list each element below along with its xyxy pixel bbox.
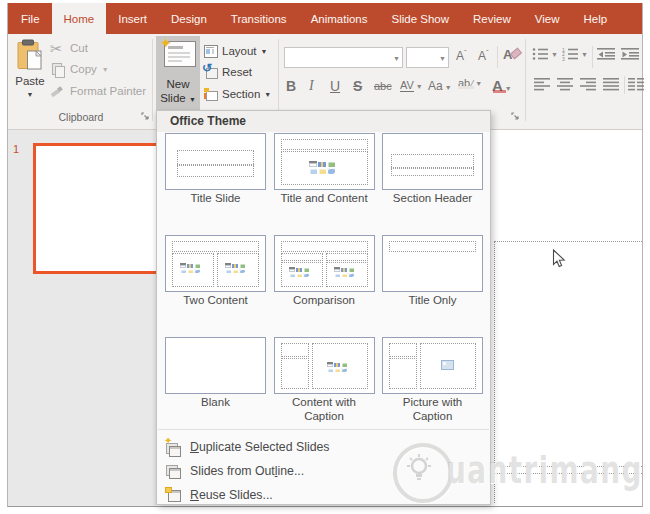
change-case-button[interactable]: Aa▼ xyxy=(428,79,452,93)
menu-item-label: Duplicate Selected Slides xyxy=(190,440,329,454)
layout-label: Section Header xyxy=(382,192,483,206)
new-slide-star-icon: ✦ xyxy=(160,36,172,50)
increase-font-size-button[interactable]: Aˆ xyxy=(456,48,467,63)
layout-option[interactable]: Title Slide xyxy=(165,133,266,206)
copy-dropdown-arrow: ▼ xyxy=(102,66,109,73)
paste-dropdown-arrow[interactable]: ▼ xyxy=(12,91,48,98)
font-color-button[interactable]: A▼ xyxy=(492,77,512,94)
clipboard-group-label: Clipboard xyxy=(38,111,124,123)
strikethrough-button[interactable]: abc xyxy=(374,80,392,92)
layout-label: Title Slide xyxy=(165,192,266,206)
layout-button[interactable]: Layout ▼ xyxy=(204,42,267,60)
bold-button[interactable]: B xyxy=(286,78,296,94)
ribbon-tab[interactable]: File xyxy=(9,3,52,34)
layout-thumbnail xyxy=(382,337,483,394)
layout-thumbnail xyxy=(274,337,375,394)
paste-button[interactable]: Paste ▼ xyxy=(12,37,48,103)
section-icon xyxy=(204,88,218,101)
ribbon-tab[interactable]: Design xyxy=(159,3,219,34)
ribbon-tab[interactable]: Animations xyxy=(299,3,380,34)
ribbon-tab-label: View xyxy=(535,13,560,25)
ribbon-tab[interactable]: Home xyxy=(52,3,107,34)
format-painter-button[interactable]: Format Painter xyxy=(50,83,146,99)
ribbon-tab-label: Home xyxy=(64,13,95,25)
align-center-button[interactable] xyxy=(557,78,573,91)
ribbon-tab[interactable]: Help xyxy=(572,3,620,34)
layout-thumbnail xyxy=(382,133,483,190)
ribbon-tab[interactable]: Review xyxy=(461,3,523,34)
office-theme-header: Office Theme xyxy=(157,111,490,132)
text-highlight-button[interactable]: ab/▼ xyxy=(458,77,482,89)
align-right-button[interactable] xyxy=(580,78,596,91)
font-name-combobox[interactable]: ▼ xyxy=(284,47,403,68)
font-size-combobox[interactable]: ▼ xyxy=(406,47,449,68)
ribbon-tab-label: Animations xyxy=(311,13,368,25)
bullets-button[interactable]: ▼ xyxy=(532,47,558,61)
font-name-dropdown-arrow[interactable]: ▼ xyxy=(393,54,400,61)
ribbon-tab-label: Slide Show xyxy=(392,13,450,25)
layout-label: Two Content xyxy=(165,294,266,308)
screenshot-root: File Home Insert Design Transitions xyxy=(0,0,650,514)
layout-option[interactable]: Blank xyxy=(165,337,266,410)
new-slide-dropdown: Office Theme Title Slide Title and Conte… xyxy=(156,110,491,505)
cut-button[interactable]: ✂ Cut xyxy=(50,40,88,56)
layout-icon xyxy=(204,45,218,58)
bullets-icon xyxy=(532,47,548,61)
mouse-cursor-icon xyxy=(552,249,566,269)
dropdown-menu: ✦ Duplicate Selected Slides Slides from … xyxy=(157,435,490,507)
ribbon-tab[interactable]: Transitions xyxy=(219,3,299,34)
font-dialog-launcher-icon[interactable] xyxy=(511,112,520,121)
format-painter-icon xyxy=(50,84,65,99)
svg-text:3: 3 xyxy=(562,56,565,62)
ribbon-tab-label: Transitions xyxy=(231,13,287,25)
numbering-button[interactable]: 1 2 3 ▼ xyxy=(562,47,588,61)
justify-button[interactable] xyxy=(603,78,619,91)
layout-option[interactable]: Two Content xyxy=(165,235,266,308)
decrease-font-size-button[interactable]: Aˇ xyxy=(478,48,489,63)
menu-item-label: Slides from Outline... xyxy=(190,464,304,478)
placeholder-border-top xyxy=(494,241,642,242)
decrease-indent-button[interactable] xyxy=(597,47,615,61)
menu-item[interactable]: Reuse Slides... xyxy=(157,483,490,507)
ribbon-tab-label: Design xyxy=(171,13,207,25)
clipboard-dialog-launcher-icon[interactable] xyxy=(141,112,150,121)
copy-icon xyxy=(50,62,65,77)
new-slide-label-line1: New xyxy=(156,78,200,90)
increase-indent-button[interactable] xyxy=(621,47,639,61)
section-button[interactable]: Section ▼ xyxy=(204,85,271,103)
clear-formatting-button[interactable]: A xyxy=(503,47,512,62)
layout-option[interactable]: Content with Caption xyxy=(274,337,375,423)
layout-option[interactable]: Section Header xyxy=(382,133,483,206)
layout-option[interactable]: Title and Content xyxy=(274,133,375,206)
ribbon-tab[interactable]: View xyxy=(523,3,572,34)
layout-option[interactable]: Picture with Caption xyxy=(382,337,483,423)
copy-button[interactable]: Copy ▼ xyxy=(50,61,109,77)
layout-thumbnail xyxy=(165,133,266,190)
menu-item-icon xyxy=(165,463,182,479)
layout-option[interactable]: Title Only xyxy=(382,235,483,308)
align-left-button[interactable] xyxy=(534,78,550,91)
slide-1-thumbnail[interactable] xyxy=(33,143,168,274)
columns-button[interactable] xyxy=(628,78,644,91)
align-left-icon xyxy=(534,78,550,91)
columns-icon xyxy=(628,78,644,91)
reset-button[interactable]: ↺ Reset xyxy=(204,63,252,81)
text-shadow-button[interactable]: S xyxy=(353,78,362,94)
underline-button[interactable]: U xyxy=(330,78,340,94)
ribbon-tab[interactable]: Slide Show xyxy=(380,3,462,34)
ribbon-tab-bar: File Home Insert Design Transitions xyxy=(8,3,642,34)
placeholder-border-bottom2 xyxy=(494,473,642,474)
reset-icon: ↺ xyxy=(204,66,218,79)
italic-button[interactable]: I xyxy=(309,78,314,94)
menu-item[interactable]: ✦ Duplicate Selected Slides xyxy=(157,435,490,459)
layout-option[interactable]: Comparison xyxy=(274,235,375,308)
cut-label: Cut xyxy=(70,42,88,54)
format-painter-label: Format Painter xyxy=(70,85,146,97)
character-spacing-button[interactable]: AV▼ xyxy=(400,79,423,92)
menu-separator xyxy=(158,429,489,430)
font-size-dropdown-arrow[interactable]: ▼ xyxy=(439,54,446,61)
menu-item[interactable]: Slides from Outline... xyxy=(157,459,490,483)
ribbon-tab-label: Help xyxy=(584,13,608,25)
ribbon-tab[interactable]: Insert xyxy=(106,3,159,34)
layout-label: Picture with Caption xyxy=(382,396,483,423)
